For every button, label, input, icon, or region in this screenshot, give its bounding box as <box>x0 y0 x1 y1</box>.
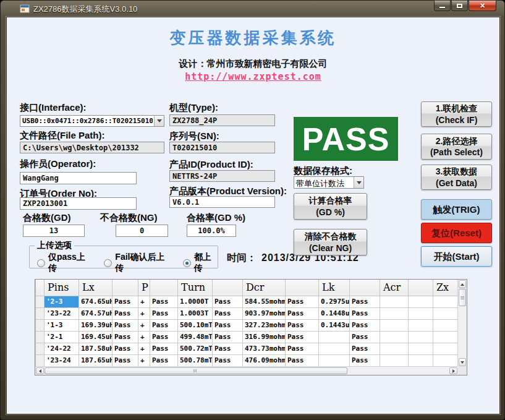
grid-row-header[interactable] <box>36 343 45 354</box>
order-no-field[interactable]: ZXP2013001 <box>20 197 137 210</box>
grid-header-cell[interactable] <box>350 280 380 296</box>
grid-cell[interactable] <box>409 343 433 354</box>
grid-cell[interactable]: + <box>138 319 150 331</box>
grid-cell[interactable]: '2-3 <box>45 296 79 307</box>
grid-cell[interactable]: 327.23mohm <box>243 319 286 331</box>
grid-row-header[interactable] <box>36 296 45 307</box>
grid-cell[interactable]: + <box>138 343 150 354</box>
grid-cell[interactable]: Pass <box>213 296 243 307</box>
grid-cell[interactable]: + <box>138 296 150 307</box>
grid-cell[interactable] <box>433 343 459 354</box>
grid-cell[interactable]: Pass <box>150 319 178 331</box>
get-data-button[interactable]: 3.获取数据 (Get Data) <box>421 165 492 190</box>
grid-cell[interactable]: '2-1 <box>45 331 79 343</box>
grid-cell[interactable] <box>433 296 459 307</box>
grid-header-cell[interactable]: Zx <box>433 280 459 296</box>
grid-cell[interactable] <box>380 307 409 319</box>
grid-cell[interactable]: 500.72mT <box>178 343 213 354</box>
trig-button[interactable]: 触发(TRIG) <box>421 199 492 220</box>
grid-cell[interactable]: 476.09mohm <box>243 354 286 366</box>
grid-cell[interactable]: '23-24 <box>45 354 79 366</box>
grid-cell[interactable]: + <box>138 307 150 319</box>
grid-cell[interactable]: 169.39uH <box>79 319 112 331</box>
vertical-scrollbar[interactable] <box>457 280 467 367</box>
grid-cell[interactable]: Pass <box>150 354 178 366</box>
grid-header-cell[interactable]: Lx <box>79 280 112 296</box>
grid-cell[interactable]: 674.57uH <box>79 307 112 319</box>
grid-cell[interactable] <box>433 354 459 366</box>
grid-cell[interactable] <box>433 307 459 319</box>
grid-cell[interactable]: Pass <box>350 307 380 319</box>
grid-cell[interactable]: Pass <box>350 296 380 307</box>
grid-header-cell[interactable]: Turn <box>178 280 213 296</box>
horizontal-scrollbar[interactable] <box>35 366 458 375</box>
radio-pass-only[interactable]: 仅pass上传 <box>37 252 90 274</box>
grid-cell[interactable] <box>409 354 433 366</box>
clear-ng-button[interactable]: 清除不合格数 (Clear NG) <box>294 229 367 255</box>
path-select-button[interactable]: 2.路径选择 (Path Select) <box>421 134 492 160</box>
grid-header-cell[interactable]: Dcr <box>243 280 286 296</box>
grid-cell[interactable]: Pass <box>150 331 178 343</box>
grid-row-header[interactable] <box>36 307 45 319</box>
horizontal-scroll-thumb[interactable] <box>45 367 347 374</box>
title-bar[interactable]: ZX2786数据采集系统V3.0.10 ✕ <box>1 1 504 17</box>
grid-cell[interactable]: Pass <box>286 343 319 354</box>
grid-cell[interactable] <box>433 331 459 343</box>
radio-fail-confirm[interactable]: Fail确认后上传 <box>104 252 169 274</box>
gd-count-field[interactable]: 13 <box>23 225 85 237</box>
vertical-scroll-thumb[interactable] <box>459 289 466 306</box>
grid-cell[interactable] <box>409 331 433 343</box>
grid-cell[interactable]: 499.48mT <box>178 331 213 343</box>
scroll-right-button[interactable] <box>449 367 457 374</box>
grid-cell[interactable]: Pass <box>213 331 243 343</box>
grid-cell[interactable]: 187.65uH <box>79 354 112 366</box>
grid-cell[interactable]: Pass <box>112 354 138 366</box>
close-button[interactable]: ✕ <box>469 1 496 11</box>
grid-cell[interactable]: 500.10mT <box>178 319 213 331</box>
grid-header-cell[interactable]: P <box>138 280 150 296</box>
grid-cell[interactable]: Pass <box>350 331 380 343</box>
grid-header-cell[interactable] <box>409 280 433 296</box>
grid-row-header[interactable] <box>36 319 45 331</box>
grid-header-cell[interactable]: Pins <box>45 280 79 296</box>
grid-row-header[interactable] <box>36 331 45 343</box>
grid-cell[interactable]: '23-22 <box>45 307 79 319</box>
grid-cell[interactable] <box>409 296 433 307</box>
scroll-up-button[interactable] <box>459 280 466 288</box>
grid-cell[interactable]: '1-3 <box>45 319 79 331</box>
grid-cell[interactable]: Pass <box>112 296 138 307</box>
grid-cell[interactable]: Pass <box>112 343 138 354</box>
grid-cell[interactable]: Pass <box>286 307 319 319</box>
interface-dropdown-button[interactable] <box>154 116 164 126</box>
grid-cell[interactable] <box>409 307 433 319</box>
grid-header-cell[interactable] <box>286 280 319 296</box>
grid-cell[interactable]: Pass <box>213 307 243 319</box>
grid-cell[interactable] <box>319 354 350 366</box>
minimize-button[interactable] <box>434 1 451 11</box>
interface-combobox[interactable]: USB0::0x0471::0x2786::T020215010::. <box>20 115 164 127</box>
grid-row-header[interactable] <box>36 354 45 366</box>
grid-cell[interactable] <box>380 296 409 307</box>
grid-cell[interactable]: 187.58uH <box>79 343 112 354</box>
grid-cell[interactable]: Pass <box>350 343 380 354</box>
grid-header-cell[interactable] <box>112 280 138 296</box>
save-format-combobox[interactable]: 带单位计数法 <box>294 176 364 189</box>
grid-cell[interactable]: + <box>138 354 150 366</box>
grid-cell[interactable] <box>380 319 409 331</box>
product-version-field[interactable]: V6.0.1 <box>169 196 275 208</box>
scroll-left-button[interactable] <box>36 367 44 374</box>
grid-cell[interactable]: 473.73mohm <box>243 343 286 354</box>
grid-header-cell[interactable]: Lk <box>319 280 350 296</box>
grid-cell[interactable]: 1.0003T <box>178 307 213 319</box>
grid-cell[interactable] <box>380 331 409 343</box>
grid-cell[interactable]: Pass <box>286 354 319 366</box>
grid-cell[interactable]: 500.78mT <box>178 354 213 366</box>
grid-cell[interactable]: + <box>138 331 150 343</box>
grid-cell[interactable]: 316.99mohm <box>243 331 286 343</box>
grid-cell[interactable]: 1.0000T <box>178 296 213 307</box>
grid-cell[interactable] <box>433 319 459 331</box>
grid-cell[interactable]: Pass <box>150 296 178 307</box>
start-button[interactable]: 开始(Start) <box>421 246 492 267</box>
grid-cell[interactable]: Pass <box>213 354 243 366</box>
grid-cell[interactable] <box>380 343 409 354</box>
